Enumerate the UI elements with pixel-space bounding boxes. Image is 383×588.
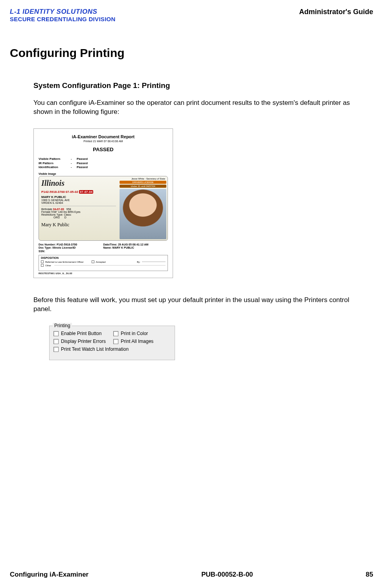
footer-page-number: 85 (366, 571, 373, 579)
intro-paragraph: You can configure iA-Examiner so the ope… (33, 99, 369, 117)
doc-type-label: Doc Type: (39, 246, 52, 249)
checkbox-label: Enable Print Button (61, 331, 101, 336)
datetime-value: 29 AUG 05 08:41:12 AM (118, 243, 148, 246)
brand-logo: L-1 IDENTITY SOLUTIONS SECURE CREDENTIAL… (10, 8, 116, 23)
checkbox-display-printer-errors[interactable]: Display Printer Errors (53, 339, 111, 344)
page-title: Configuring Printing (10, 46, 373, 60)
under21-banner: Under 21 until 04/07/04 (120, 185, 166, 188)
license-restrictions-values: ORG D (41, 216, 116, 219)
license-exp-tag: 07-07-04 (79, 190, 93, 194)
license-physical: Female 5'08" 140 lbs BRN Eyes (41, 211, 116, 213)
license-signature: Mary K Public (41, 222, 116, 228)
checkbox-enable-print-button[interactable]: Enable Print Button (53, 331, 111, 336)
ssn-label: SSN: (39, 250, 168, 253)
license-number-line: P142-5918-3700 07-05-02 (41, 190, 78, 194)
report-title: iA-Examiner Document Report (39, 134, 168, 139)
sample-license-card: Illinois P142-5918-3700 07-05-02 07-07-0… (39, 176, 168, 241)
checkbox-icon (41, 264, 44, 267)
report-printed-line: Printed 21 MAR 07 08:43:06 AM (39, 140, 168, 143)
license-ssn: 958 (66, 208, 71, 211)
result-label: Visible Pattern (39, 157, 71, 161)
datetime-label: Date/Time: (103, 243, 118, 246)
disposition-box: DISPOSITION Referred to Law Enforcement … (39, 255, 168, 271)
drivers-license-banner: DRIVERS LICENSE (120, 181, 166, 184)
disposition-title: DISPOSITION (41, 256, 166, 259)
license-restrictions-labels: Restrictions Type: Class: (41, 213, 116, 216)
license-holder-name: MARY K PUBLIC (41, 195, 116, 199)
checkbox-label: Print All Images (121, 339, 153, 344)
birthdate-value: 04-07-83 (53, 208, 64, 211)
doc-number-label: Doc Number: (39, 243, 56, 246)
result-value: Passed (77, 161, 88, 165)
result-value: Passed (77, 165, 88, 169)
checkbox-label: Print in Color (121, 331, 148, 336)
license-address-1: 1900 S GENERAL AVE (41, 199, 116, 201)
disposition-option-3: Other (45, 264, 51, 267)
checkbox-icon (92, 260, 94, 263)
checkbox-icon (53, 339, 59, 344)
checkbox-icon (113, 331, 118, 336)
license-photo (120, 189, 166, 239)
footer-pubid: PUB-00052-B-00 (201, 571, 253, 579)
followup-paragraph: Before this feature will work, you must … (33, 296, 369, 314)
main-content: Configuring Printing System Configuratio… (10, 23, 373, 360)
section-heading: System Configuration Page 1: Printing (33, 81, 369, 90)
checkbox-label: Print Text Watch List Information (61, 346, 129, 352)
report-status: PASSED (39, 147, 168, 152)
checkbox-icon (113, 339, 118, 344)
by-label: By: (137, 261, 140, 263)
result-value: Passed (77, 157, 88, 161)
printing-groupbox-figure: Printing Enable Print Button Print in Co… (33, 326, 175, 360)
logo-line-1: L-1 IDENTITY SOLUTIONS (10, 8, 116, 16)
guide-title: Administrator's Guide (299, 8, 373, 16)
license-state: Illinois (41, 179, 116, 188)
report-metadata: Doc Number: P142-5918-3700 Date/Time: 29… (39, 243, 168, 249)
doc-number-value: P142-5918-3700 (57, 243, 77, 246)
birthdate-label: Birthdate (41, 208, 52, 211)
result-label: Identification (39, 165, 71, 169)
groupbox-legend: Printing (53, 323, 72, 328)
checkbox-label: Display Printer Errors (61, 339, 106, 344)
doc-type-value: Illinois License/ID (52, 246, 75, 249)
checkbox-icon (53, 331, 59, 336)
document-report-figure: iA-Examiner Document Report Printed 21 M… (33, 128, 173, 278)
name-meta-value: MARY K PUBLIC (112, 246, 134, 249)
checkbox-icon (41, 260, 44, 263)
disposition-option-2: Accepted (96, 261, 106, 263)
checkbox-print-text-watch-list[interactable]: Print Text Watch List Information (53, 346, 171, 352)
result-label: IR Pattern (39, 161, 71, 165)
report-footer-code: REGTEST001 USA_IL_DL02 (39, 272, 168, 275)
result-rows: Visible Pattern - Passed IR Pattern - Pa… (39, 157, 168, 169)
checkbox-print-in-color[interactable]: Print in Color (113, 331, 171, 336)
page-header: L-1 IDENTITY SOLUTIONS SECURE CREDENTIAL… (10, 8, 373, 23)
license-address-2: VIRDEN IL 62404 (41, 201, 116, 204)
secretary-of-state: Jesse White - Secretary of State (120, 178, 166, 180)
logo-line-2: SECURE CREDENTIALING DIVISION (10, 16, 116, 23)
disposition-option-1: Referred to Law Enforcement Officer (45, 261, 84, 263)
visible-image-label: Visible Image (39, 172, 168, 175)
checkbox-print-all-images[interactable]: Print All Images (113, 339, 171, 344)
page-footer: Configuring iA-Examiner PUB-00052-B-00 8… (10, 571, 373, 579)
name-meta-label: Name: (103, 246, 112, 249)
checkbox-icon (53, 347, 59, 352)
footer-section: Configuring iA-Examiner (10, 571, 88, 579)
